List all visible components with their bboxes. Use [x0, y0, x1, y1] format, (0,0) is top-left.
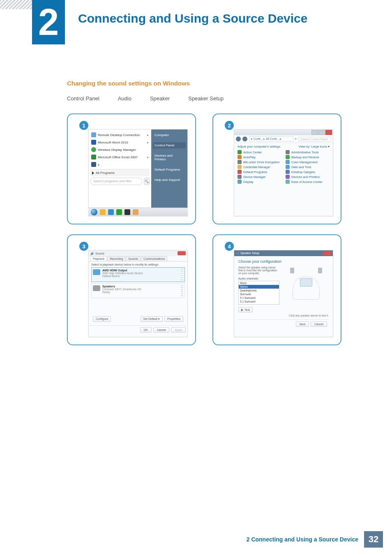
step-badge: 3	[79, 242, 88, 251]
taskbar-app-icon[interactable]	[100, 209, 106, 215]
start-right-item[interactable]: Help and Support	[153, 177, 186, 183]
ease-access-icon	[286, 180, 290, 184]
device-sub: Conexant 20671 SmartAudio HD	[102, 288, 141, 291]
cp-item[interactable]: Date and Time	[286, 165, 330, 169]
breadcrumb: Control Panel Audio Speaker Speaker Setu…	[67, 95, 224, 102]
chapter-number-badge: 2	[32, 0, 65, 44]
taskbar-app-icon[interactable]	[116, 209, 122, 215]
cp-item[interactable]: Color Management	[286, 160, 330, 164]
dialog-heading: Choose your configuration	[238, 259, 329, 264]
next-button[interactable]: Next	[296, 321, 309, 327]
nav-back-icon[interactable]	[236, 136, 241, 141]
start-menu-item[interactable]: Microsoft Word 2010▸	[90, 139, 150, 146]
cancel-button[interactable]: Cancel	[311, 321, 327, 327]
chapter-title: Connecting and Using a Source Device	[78, 12, 307, 25]
cp-item[interactable]: Devices and Printers	[286, 175, 330, 179]
default-programs-icon	[238, 170, 242, 174]
taskbar-app-icon[interactable]	[133, 209, 138, 215]
close-button[interactable]	[178, 251, 186, 255]
speaker-icon: 🔊	[90, 252, 94, 255]
cp-item[interactable]: Credential Manager	[238, 165, 281, 169]
configure-button[interactable]: Configure	[93, 316, 111, 322]
tab-playback[interactable]: Playback	[90, 256, 107, 261]
start-right-item[interactable]: Devices and Printers	[153, 153, 186, 162]
cp-item[interactable]: Desktop Gadgets	[286, 170, 330, 174]
test-button[interactable]: Test	[238, 307, 253, 312]
speaker-right-icon[interactable]	[318, 268, 322, 273]
taskbar-app-icon[interactable]	[108, 209, 114, 215]
list-item-selected[interactable]: Stereo	[239, 285, 279, 289]
cp-item[interactable]: Display	[238, 180, 281, 184]
start-menu-item[interactable]: Wireless Display Manager	[90, 146, 150, 153]
cp-item[interactable]: Backup and Restore	[286, 155, 330, 159]
minimize-button[interactable]	[311, 130, 318, 135]
cp-item[interactable]: BitLocker Drive Encryption	[238, 160, 281, 164]
cp-item[interactable]: Default Programs	[238, 170, 281, 174]
ok-button[interactable]: OK	[140, 327, 152, 333]
cp-item[interactable]: Ease of Access Center	[286, 180, 330, 184]
viewby-dropdown[interactable]: View by: Large icons ▾	[299, 145, 330, 148]
breadcrumb-item: Speaker Setup	[188, 95, 224, 102]
tab-recording[interactable]: Recording	[107, 256, 125, 261]
nav-forward-icon[interactable]	[242, 136, 247, 141]
credential-icon	[238, 165, 242, 169]
maximize-button[interactable]	[318, 130, 325, 135]
cp-item-label: BitLocker Drive Encryption	[243, 160, 279, 164]
dialog-subtext: Select the speaker setup below that is m…	[238, 266, 279, 275]
hint-text: Click any speaker above to test it.	[238, 314, 329, 317]
breadcrumb-item: Control Panel	[67, 95, 99, 102]
app-icon	[91, 132, 96, 137]
list-item[interactable]: 5.1 Surround	[239, 300, 279, 303]
search-icon[interactable]: 🔍	[144, 178, 150, 185]
cancel-button[interactable]: Cancel	[153, 327, 170, 333]
device-name: AMD HDMI Output	[102, 269, 143, 272]
properties-button[interactable]: Properties	[164, 316, 183, 322]
cp-item[interactable]: AutoPlay	[238, 155, 281, 159]
list-item[interactable]: Mono	[239, 281, 279, 285]
start-menu-item[interactable]: Microsoft Office Excel 2007▸	[90, 153, 150, 161]
start-search-input[interactable]: Search programs and files	[90, 178, 142, 185]
cp-item[interactable]: Device Manager	[238, 175, 281, 179]
all-programs-button[interactable]: All Programs	[90, 169, 150, 176]
list-item[interactable]: 5.1 Surround	[239, 303, 279, 305]
start-right-item-selected[interactable]: Control Panel	[153, 142, 186, 148]
list-item[interactable]: Surround	[239, 292, 279, 296]
app-icon	[91, 147, 96, 152]
color-icon	[286, 160, 290, 164]
list-item[interactable]: Quadraphonic	[239, 289, 279, 292]
list-item[interactable]: 5.1 Surround	[239, 296, 279, 300]
audio-channels-listbox[interactable]: Mono Stereo Quadraphonic Surround 5.1 Su…	[238, 281, 279, 305]
start-menu-label: Wireless Display Manager	[98, 148, 136, 152]
window-titlebar	[234, 130, 333, 135]
start-right-item[interactable]: Default Programs	[153, 166, 186, 173]
close-button[interactable]	[325, 130, 332, 135]
tab-communications[interactable]: Communications	[141, 256, 167, 261]
lock-icon	[238, 160, 242, 164]
all-programs-label: All Programs	[96, 171, 115, 175]
cp-item[interactable]: Administrative Tools	[286, 150, 330, 154]
start-menu-item[interactable]: s	[90, 161, 150, 168]
start-menu-item[interactable]: Remote Desktop Connection▸	[90, 131, 150, 139]
test-label: Test	[244, 308, 250, 311]
speaker-left-icon[interactable]	[290, 268, 294, 273]
clock-icon	[286, 165, 290, 169]
taskbar	[88, 208, 188, 216]
taskbar-app-icon[interactable]	[125, 209, 130, 215]
device-manager-icon	[238, 175, 242, 179]
cp-item-label: Backup and Restore	[291, 155, 319, 159]
device-sub: AMD High Definition Audio Device	[102, 272, 143, 275]
playback-device[interactable]: Speakers Conexant 20671 SmartAudio HD Re…	[91, 283, 185, 298]
start-right-item[interactable]: Computer	[153, 132, 186, 138]
app-icon	[91, 155, 96, 160]
apply-button[interactable]: Apply	[171, 327, 186, 333]
tab-sounds[interactable]: Sounds	[126, 256, 141, 261]
close-button[interactable]	[323, 251, 331, 255]
start-orb-icon[interactable]	[91, 209, 97, 215]
flag-icon	[238, 150, 242, 154]
address-crumb[interactable]: ▸ Contr... ▸ All Contr... ▸	[249, 136, 293, 141]
cp-item[interactable]: Action Center	[238, 150, 281, 154]
chevron-right-icon: ▸	[147, 155, 149, 159]
search-input[interactable]: Search Control Panel	[298, 137, 331, 141]
set-default-button[interactable]: Set Default ▾	[141, 316, 163, 322]
playback-device[interactable]: AMD HDMI Output AMD High Definition Audi…	[91, 267, 185, 282]
